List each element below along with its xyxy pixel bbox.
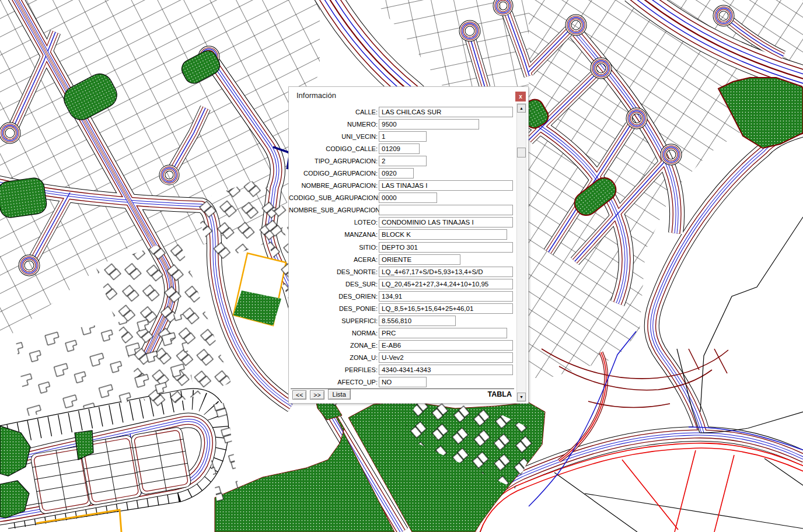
field-label: AFECTO_UP:	[289, 379, 378, 386]
field-row-des-ponie: DES_PONIE:	[289, 303, 513, 314]
vertical-scrollbar[interactable]: ▲ ▼	[516, 103, 526, 402]
des-orien-field[interactable]	[379, 291, 513, 302]
field-row-zona-u: ZONA_U:	[289, 352, 513, 363]
field-row-numero: NUMERO:	[289, 119, 513, 130]
app-window: Información x CALLE: NUMERO: UNI_VECIN: …	[0, 0, 803, 532]
field-label: PERFILES:	[289, 366, 378, 373]
field-row-acera: ACERA:	[289, 254, 513, 265]
zona-u-field[interactable]	[379, 352, 513, 363]
sitio-field[interactable]	[379, 242, 513, 253]
field-label: ZONA_E:	[289, 342, 378, 349]
field-row-nombre-agrupacion: NOMBRE_AGRUPACION:	[289, 180, 513, 191]
status-label: TABLA	[488, 390, 512, 398]
uni-vecin-field[interactable]	[379, 131, 427, 142]
perfiles-field[interactable]	[379, 365, 513, 375]
field-label: ACERA:	[289, 256, 378, 263]
field-label: CODIGO_SUB_AGRUPACION:	[289, 194, 378, 201]
afecto-up-field[interactable]	[379, 377, 427, 387]
field-row-calle: CALLE:	[289, 107, 513, 117]
field-label: NORMA:	[289, 330, 378, 337]
field-row-norma: NORMA:	[289, 328, 513, 338]
acera-field[interactable]	[379, 254, 460, 265]
field-row-afecto-up: AFECTO_UP:	[289, 377, 513, 387]
dialog-titlebar[interactable]: Información x	[289, 87, 528, 102]
field-label: NOMBRE_SUB_AGRUPACION:	[289, 206, 378, 214]
field-row-codigo-agrupacion: CODIGO_AGRUPACION:	[289, 168, 513, 178]
field-row-tipo-agrupacion: TIPO_AGRUPACION:	[289, 156, 513, 166]
field-row-perfiles: PERFILES:	[289, 365, 513, 375]
field-row-uni-vecin: UNI_VECIN:	[289, 131, 513, 142]
field-label: ZONA_U:	[289, 354, 378, 361]
field-label: CALLE:	[289, 108, 378, 116]
next-record-button[interactable]: >>	[310, 390, 324, 400]
zona-e-field[interactable]	[379, 340, 513, 351]
field-list: CALLE: NUMERO: UNI_VECIN: CODIGO_CALLE: …	[289, 102, 513, 389]
field-label: NOMBRE_AGRUPACION:	[289, 182, 378, 189]
loteo-field[interactable]	[379, 217, 513, 228]
codigo-agrupacion-field[interactable]	[379, 168, 414, 178]
field-row-nombre-sub-agrupacion: NOMBRE_SUB_AGRUPACION:	[289, 205, 513, 215]
prev-record-button[interactable]: <<	[292, 390, 306, 400]
nombre-sub-agrupacion-field[interactable]	[379, 205, 513, 215]
numero-field[interactable]	[379, 119, 479, 130]
scroll-up-icon[interactable]: ▲	[517, 104, 526, 113]
field-row-codigo-calle: CODIGO_CALLE:	[289, 144, 513, 154]
field-row-loteo: LOTEO:	[289, 217, 513, 228]
field-label: LOTEO:	[289, 219, 378, 226]
des-ponie-field[interactable]	[379, 303, 513, 314]
scrollbar-thumb[interactable]	[517, 148, 526, 158]
field-label: NUMERO:	[289, 121, 378, 128]
calle-field[interactable]	[379, 107, 513, 117]
field-row-des-sur: DES_SUR:	[289, 279, 513, 289]
field-row-des-orien: DES_ORIEN:	[289, 291, 513, 302]
lista-button[interactable]: Lista	[328, 389, 351, 400]
field-label: CODIGO_CALLE:	[289, 145, 378, 152]
field-row-codigo-sub-agrupacion: CODIGO_SUB_AGRUPACION:	[289, 192, 513, 203]
des-norte-field[interactable]	[379, 267, 513, 277]
footer-buttons: << >> Lista	[292, 389, 351, 400]
info-dialog: Información x CALLE: NUMERO: UNI_VECIN: …	[288, 86, 529, 404]
field-label: SUPERFICI:	[289, 317, 378, 324]
field-row-superfici: SUPERFICI:	[289, 316, 513, 326]
field-label: CODIGO_AGRUPACION:	[289, 170, 378, 177]
manzana-field[interactable]	[379, 229, 507, 240]
field-label: TIPO_AGRUPACION:	[289, 158, 378, 164]
des-sur-field[interactable]	[379, 279, 513, 289]
field-label: DES_ORIEN:	[289, 293, 378, 300]
field-row-manzana: MANZANA:	[289, 229, 513, 240]
field-row-des-norte: DES_NORTE:	[289, 267, 513, 277]
field-label: SITIO:	[289, 244, 378, 251]
field-row-zona-e: ZONA_E:	[289, 340, 513, 351]
close-icon[interactable]: x	[515, 92, 526, 102]
field-label: UNI_VECIN:	[289, 133, 378, 140]
codigo-sub-agrupacion-field[interactable]	[379, 192, 437, 203]
field-label: DES_NORTE:	[289, 268, 378, 275]
nombre-agrupacion-field[interactable]	[379, 180, 513, 191]
scroll-down-icon[interactable]: ▼	[517, 393, 526, 401]
field-label: DES_SUR:	[289, 281, 378, 288]
norma-field[interactable]	[379, 328, 507, 338]
superfici-field[interactable]	[379, 316, 456, 326]
field-label: DES_PONIE:	[289, 305, 378, 312]
field-label: MANZANA:	[289, 231, 378, 238]
dialog-title: Información	[296, 91, 336, 100]
codigo-calle-field[interactable]	[379, 144, 420, 154]
tipo-agrupacion-field[interactable]	[379, 156, 427, 166]
field-row-sitio: SITIO:	[289, 242, 513, 253]
